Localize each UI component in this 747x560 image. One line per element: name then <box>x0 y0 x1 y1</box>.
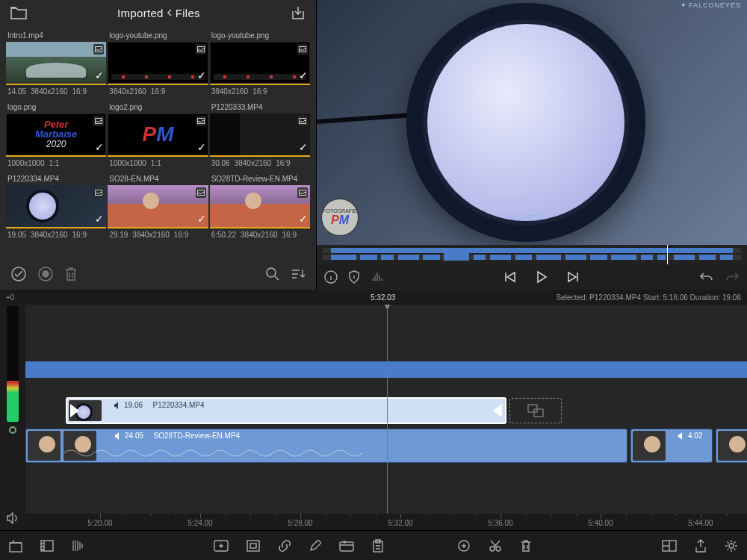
storyboard-icon[interactable] <box>40 539 54 553</box>
svg-point-12 <box>267 268 276 277</box>
clip-name: logo.png <box>6 102 106 113</box>
clip-label: 4.02 <box>678 432 702 440</box>
add-clip-icon[interactable] <box>214 540 229 552</box>
clip-trim-right-icon[interactable] <box>493 404 502 417</box>
clip-thumbnail[interactable]: ✓ <box>210 185 310 228</box>
clip-name: logo-youtube.png <box>108 30 208 42</box>
transition-placeholder[interactable] <box>509 398 562 423</box>
record-icon[interactable] <box>37 266 54 282</box>
ruler-tick: 5:28.00 <box>288 519 312 527</box>
timeline-clip[interactable]: 24.05 SO28TD-Review-EN.MP4 <box>25 429 627 463</box>
clip-thumbnail[interactable]: ✓ <box>210 113 310 157</box>
zoom-icon[interactable] <box>72 539 84 553</box>
search-icon[interactable] <box>265 267 280 281</box>
trash-icon[interactable] <box>64 267 78 281</box>
library-clip[interactable]: SO28TD-Review-EN.MP4✓6:50.223840x216016:… <box>210 173 310 243</box>
prev-frame-icon[interactable] <box>503 270 516 284</box>
play-icon[interactable] <box>536 270 548 284</box>
audio-meter <box>7 306 19 422</box>
check-icon: ✓ <box>95 69 104 81</box>
library-clip[interactable]: logo2.pngPM✓1000x10001:1 <box>108 102 208 172</box>
time-ruler[interactable]: 5:20.005:24.005:28.005:32.005:36.005:40.… <box>25 514 747 530</box>
video-track-1[interactable]: 19.06 P1220334.MP4 <box>25 397 747 424</box>
library-clip[interactable]: logo-youtube.png✓3840x216016:9 <box>210 30 310 100</box>
image-badge-icon <box>196 116 206 126</box>
duplicate-icon[interactable] <box>457 539 471 553</box>
track-headers <box>0 305 25 530</box>
overview-track[interactable] <box>25 361 747 378</box>
media-library: Imported Files Intro1.mp4✓14.053840x2160… <box>0 0 317 290</box>
speaker-icon[interactable] <box>6 512 19 524</box>
clip-thumbnail[interactable]: ✓ <box>108 185 208 228</box>
ruler-tick: 5:24.00 <box>187 519 212 527</box>
image-badge-icon <box>196 187 206 198</box>
library-clip[interactable]: P1220333.MP4✓30.063840x216016:9 <box>210 102 310 172</box>
playhead[interactable] <box>387 305 388 514</box>
clip-thumbnail[interactable]: ✓ <box>108 42 208 85</box>
import-icon[interactable] <box>291 6 306 19</box>
library-clip[interactable]: logo.pngPeterMarbaise2020✓1000x10001:1 <box>6 102 106 172</box>
timeline-clip[interactable]: 4.02 <box>630 429 713 463</box>
video-track-2[interactable]: 24.05 SO28TD-Review-EN.MP4 4.02 <box>25 429 747 463</box>
clip-meta: 19.053840x216016:9 <box>6 228 106 243</box>
svg-point-28 <box>729 544 734 548</box>
clip-meta: 1000x10001:1 <box>6 157 106 172</box>
image-badge-icon <box>93 116 104 126</box>
undo-icon[interactable] <box>699 271 714 283</box>
image-badge-icon <box>297 187 308 198</box>
clip-thumbnail[interactable]: ✓ <box>6 185 106 228</box>
clip-name: SO28TD-Review-EN.MP4 <box>210 173 310 185</box>
preview-viewport[interactable]: SO-28TD ✦ FALCONEYES FOTOGRAFIE PM <box>317 0 747 245</box>
clip-meta: 14.053840x216016:9 <box>6 85 106 100</box>
check-icon: ✓ <box>197 213 206 225</box>
clip-thumbnail[interactable]: ✓ <box>6 42 106 85</box>
folder-icon[interactable] <box>10 6 27 19</box>
link-icon[interactable] <box>278 539 291 553</box>
clipboard-icon[interactable] <box>372 539 384 553</box>
redo-icon[interactable] <box>725 271 740 283</box>
tracks-area[interactable]: 19.06 P1220334.MP4 24.05 SO28TD-Review-E… <box>25 305 747 530</box>
keyframe-icon[interactable] <box>9 426 16 434</box>
edit-icon[interactable] <box>309 540 321 552</box>
library-clip[interactable]: logo-youtube.png✓3840x216016:9 <box>108 30 208 100</box>
clip-trim-left-icon[interactable] <box>70 404 79 417</box>
select-all-icon[interactable] <box>10 266 27 282</box>
audio-levels-icon[interactable] <box>371 271 384 283</box>
svg-rect-19 <box>247 541 259 551</box>
library-clip[interactable]: P1220334.MP4✓19.053840x216016:9 <box>6 173 106 243</box>
frame-icon[interactable] <box>247 540 260 552</box>
svg-rect-14 <box>528 405 537 412</box>
sort-icon[interactable] <box>291 268 306 280</box>
clip-name: logo-youtube.png <box>210 30 310 42</box>
delete-icon[interactable] <box>520 539 532 553</box>
clip-thumbnail[interactable]: PeterMarbaise2020✓ <box>6 113 106 157</box>
library-clip[interactable]: Intro1.mp4✓14.053840x216016:9 <box>6 30 106 100</box>
cut-icon[interactable] <box>489 539 502 553</box>
image-badge-icon <box>297 116 308 126</box>
info-icon[interactable] <box>324 270 338 284</box>
layout-icon[interactable] <box>662 540 677 552</box>
svg-rect-16 <box>10 543 22 552</box>
library-grid: Intro1.mp4✓14.053840x216016:9logo-youtub… <box>0 25 316 258</box>
ruler-tick: 5:40.00 <box>588 519 613 527</box>
svg-rect-15 <box>534 409 543 417</box>
clip-thumbnail[interactable]: PM✓ <box>108 113 208 157</box>
timeline-clip[interactable] <box>716 429 747 463</box>
add-track-icon[interactable] <box>9 539 22 553</box>
next-frame-icon[interactable] <box>567 270 580 284</box>
share-icon[interactable] <box>695 539 707 553</box>
bottom-toolbar <box>0 530 747 560</box>
mini-timeline[interactable] <box>317 245 747 264</box>
clip-thumbnail[interactable]: ✓ <box>210 42 310 85</box>
product-label: SO-28TD <box>509 214 542 221</box>
library-clip[interactable]: SO28-EN.MP4✓29.193840x216016:9 <box>108 173 208 243</box>
replace-icon[interactable] <box>339 540 354 552</box>
clip-label: 24.05 SO28TD-Review-EN.MP4 <box>114 432 240 440</box>
ruler-tick: 5:32.00 <box>388 519 412 527</box>
shield-icon[interactable] <box>348 270 360 284</box>
clip-label: 19.06 P1220334.MP4 <box>114 401 205 409</box>
timeline-clip-selected[interactable]: 19.06 P1220334.MP4 <box>66 397 506 424</box>
timeline-info-bar: +0 5:32.03 Selected: P1220334.MP4 Start:… <box>0 290 747 305</box>
clip-meta: 3840x216016:9 <box>210 85 310 100</box>
settings-icon[interactable] <box>725 539 738 553</box>
